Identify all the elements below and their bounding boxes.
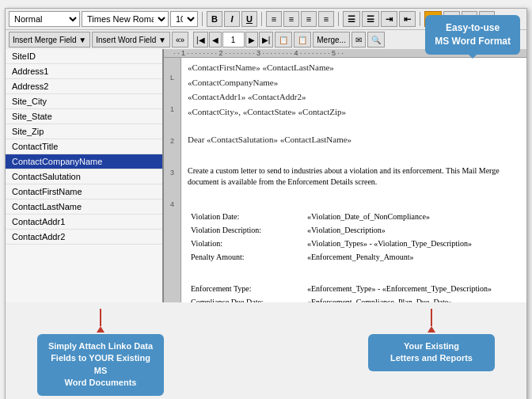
field-Address1[interactable]: Address1 xyxy=(6,64,162,79)
annotation-easy-to-use: Easy-to-use MS Word Format xyxy=(425,15,520,55)
view-merged-button[interactable]: 📋 xyxy=(275,32,292,48)
view-merged2-button[interactable]: 📋 xyxy=(294,32,311,48)
arrow-line-left xyxy=(100,309,101,326)
underline-button[interactable]: U xyxy=(241,11,257,27)
table-row: Violation Description: «Violation_Descri… xyxy=(188,223,520,237)
field-Site_State[interactable]: Site_State xyxy=(6,109,162,124)
doc-wrapper: · · 1 · · · · · · · · 2 · · · · · · · · … xyxy=(164,49,526,302)
list-button[interactable]: ☰ xyxy=(343,11,360,27)
doc-content: «ContactFirstName» «ContactLastName» «Co… xyxy=(181,58,526,325)
field-ContactFirstName[interactable]: ContactFirstName xyxy=(6,184,162,200)
body-text: Create a custom letter to send to indust… xyxy=(188,165,520,188)
field-ContactLastName[interactable]: ContactLastName xyxy=(6,200,162,215)
email-merge-button[interactable]: ✉ xyxy=(352,32,366,48)
indent-button[interactable]: ⇥ xyxy=(381,11,397,27)
field-sidebar: SiteID Address1 Address2 Site_City Site_… xyxy=(6,49,164,302)
left-margin: L 1 2 3 4 xyxy=(164,58,181,325)
align-right-button[interactable]: ≡ xyxy=(301,11,317,27)
field-SiteID[interactable]: SiteID xyxy=(6,49,162,64)
address-line3: «ContactAddr1» «ContactAddr2» xyxy=(188,90,520,104)
special-button[interactable]: «» xyxy=(172,32,188,48)
arrow-head-left xyxy=(97,326,104,332)
field-ContactAddr2[interactable]: ContactAddr2 xyxy=(6,230,162,245)
align-left-button[interactable]: ≡ xyxy=(266,11,282,27)
insert-merge-field-button[interactable]: Insert Merge Field ▼ xyxy=(9,32,90,48)
style-dropdown[interactable]: Normal xyxy=(9,11,80,27)
address-line2: «ContactCompanyName» xyxy=(188,76,520,89)
justify-button[interactable]: ≡ xyxy=(318,11,334,27)
table-row: Violation: «Violation_Types» - «Violatio… xyxy=(188,237,520,250)
table-row: Penalty Amount: «Enforcement_Penalty_Amo… xyxy=(188,250,520,264)
ruler-and-content: L 1 2 3 4 «ContactFirstName» «ContactLas… xyxy=(164,58,526,325)
field-ContactCompanyName[interactable]: ContactCompanyName xyxy=(6,154,162,169)
size-dropdown[interactable]: 10 xyxy=(170,11,198,27)
arrow-head-right xyxy=(428,326,435,332)
font-dropdown[interactable]: Times New Roman xyxy=(82,11,169,27)
annotation-bottom-right: Your Existing Letters and Reports xyxy=(368,334,495,371)
nav-prev-button[interactable]: ◀ xyxy=(209,32,222,48)
address-line1: «ContactFirstName» «ContactLastName» xyxy=(188,61,520,74)
separator4 xyxy=(420,12,420,26)
bottom-annotations: Simply Attach Linko Data Fields to YOUR … xyxy=(6,302,526,399)
bold-button[interactable]: B xyxy=(207,11,222,27)
italic-button[interactable]: I xyxy=(224,11,240,27)
field-ContactAddr1[interactable]: ContactAddr1 xyxy=(6,215,162,230)
table-row: Violation Date: «Violation_Date_of_NonCo… xyxy=(188,210,520,223)
separator2 xyxy=(261,12,262,26)
salutation-line: Dear «ContactSalutation» «ContactLastNam… xyxy=(188,133,520,146)
annotation-left-wrapper: Simply Attach Linko Data Fields to YOUR … xyxy=(37,309,164,396)
table-row: Enforcement Type: «Enforcement_Type» - «… xyxy=(188,282,520,295)
annotation-bottom-left: Simply Attach Linko Data Fields to YOUR … xyxy=(37,334,164,396)
nav-next-button[interactable]: ▶ xyxy=(245,32,258,48)
violation-table: Violation Date: «Violation_Date_of_NonCo… xyxy=(188,210,520,264)
field-ContactSalutation[interactable]: ContactSalutation xyxy=(6,169,162,184)
address-line4: «ContactCity», «ContactState» «ContactZi… xyxy=(188,105,520,119)
nav-first-button[interactable]: |◀ xyxy=(193,32,208,48)
field-Site_Zip[interactable]: Site_Zip xyxy=(6,124,162,139)
align-center-button[interactable]: ≡ xyxy=(283,11,299,27)
merge-btn[interactable]: Merge... xyxy=(313,32,350,48)
field-ContactTitle[interactable]: ContactTitle xyxy=(6,139,162,154)
separator3 xyxy=(338,12,339,26)
main-window: Easy-to-use MS Word Format Normal Times … xyxy=(5,8,527,399)
insert-word-field-button[interactable]: Insert Word Field ▼ xyxy=(92,32,170,48)
find-button[interactable]: 🔍 xyxy=(367,32,385,48)
outdent-button[interactable]: ⇤ xyxy=(399,11,416,27)
page-number-input[interactable] xyxy=(222,32,245,48)
separator1 xyxy=(202,12,203,26)
nav-last-button[interactable]: ▶| xyxy=(259,32,274,48)
annotation-right-wrapper: Your Existing Letters and Reports xyxy=(368,309,495,396)
field-Site_City[interactable]: Site_City xyxy=(6,94,162,109)
main-area: SiteID Address1 Address2 Site_City Site_… xyxy=(6,49,526,302)
numberedlist-button[interactable]: ☰ xyxy=(362,11,379,27)
arrow-line-right xyxy=(431,309,432,326)
nav-group: |◀ ◀ ▶ ▶| xyxy=(193,32,273,48)
field-Address2[interactable]: Address2 xyxy=(6,79,162,94)
